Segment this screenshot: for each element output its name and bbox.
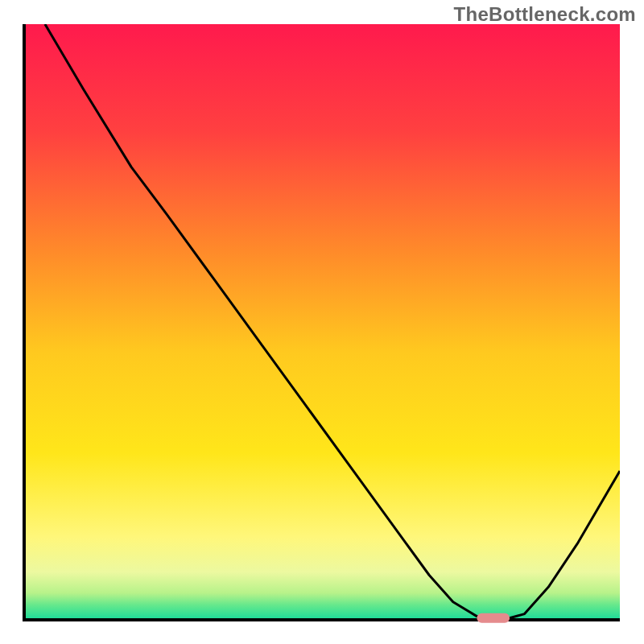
background-gradient: [24, 24, 620, 620]
pink-marker: [477, 613, 510, 623]
bottleneck-chart: [0, 0, 644, 644]
chart-frame: TheBottleneck.com: [0, 0, 644, 644]
watermark-text: TheBottleneck.com: [454, 3, 636, 26]
